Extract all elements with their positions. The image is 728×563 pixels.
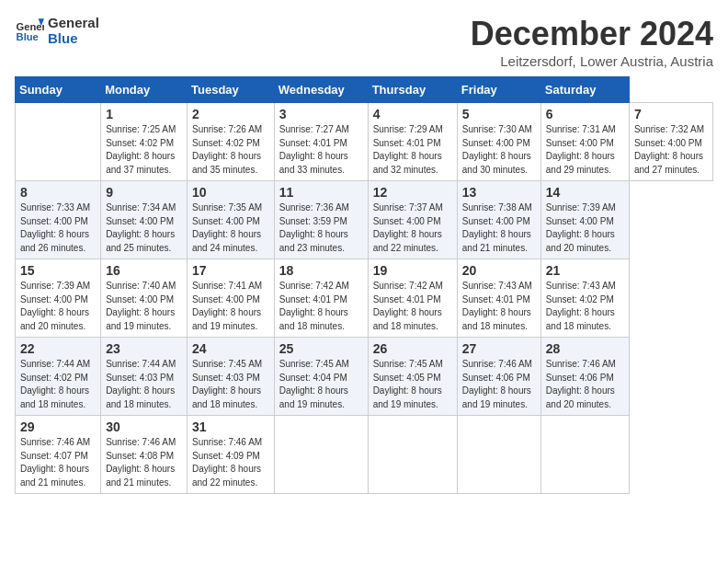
header-day: Monday <box>101 77 188 103</box>
logo-icon: General Blue <box>15 16 44 45</box>
day-number: 31 <box>192 419 269 434</box>
day-info: Sunrise: 7:26 AMSunset: 4:02 PMDaylight:… <box>192 123 269 177</box>
day-info: Sunrise: 7:45 AMSunset: 4:03 PMDaylight:… <box>192 358 269 411</box>
calendar-week-row: 15Sunrise: 7:39 AMSunset: 4:00 PMDayligh… <box>16 259 713 338</box>
day-number: 23 <box>106 341 182 356</box>
day-info: Sunrise: 7:30 AMSunset: 4:00 PMDaylight:… <box>462 123 536 177</box>
calendar-day-cell: 4Sunrise: 7:29 AMSunset: 4:01 PMDaylight… <box>368 103 457 181</box>
day-number: 9 <box>106 185 182 200</box>
title-area: December 2024 Leitzersdorf, Lower Austri… <box>471 15 713 69</box>
header-day: Thursday <box>368 77 457 103</box>
calendar-day-cell <box>16 103 101 181</box>
day-info: Sunrise: 7:35 AMSunset: 4:00 PMDaylight:… <box>192 201 269 255</box>
calendar-table: SundayMondayTuesdayWednesdayThursdayFrid… <box>15 76 713 494</box>
day-number: 17 <box>192 263 269 278</box>
day-info: Sunrise: 7:36 AMSunset: 3:59 PMDaylight:… <box>279 201 363 255</box>
calendar-day-cell: 31Sunrise: 7:46 AMSunset: 4:09 PMDayligh… <box>188 416 275 494</box>
calendar-day-cell: 18Sunrise: 7:42 AMSunset: 4:01 PMDayligh… <box>274 259 368 338</box>
calendar-day-cell: 9Sunrise: 7:34 AMSunset: 4:00 PMDaylight… <box>101 181 188 259</box>
day-info: Sunrise: 7:46 AMSunset: 4:08 PMDaylight:… <box>106 436 182 489</box>
calendar-day-cell: 7Sunrise: 7:32 AMSunset: 4:00 PMDaylight… <box>629 103 712 181</box>
calendar-day-cell: 8Sunrise: 7:33 AMSunset: 4:00 PMDaylight… <box>16 181 101 259</box>
header-day: Saturday <box>540 77 629 103</box>
calendar-body: 1Sunrise: 7:25 AMSunset: 4:02 PMDaylight… <box>16 103 713 494</box>
day-number: 6 <box>546 107 624 121</box>
day-number: 28 <box>546 341 624 356</box>
calendar-day-cell: 30Sunrise: 7:46 AMSunset: 4:08 PMDayligh… <box>101 416 188 494</box>
day-info: Sunrise: 7:27 AMSunset: 4:01 PMDaylight:… <box>279 123 363 177</box>
day-number: 25 <box>279 341 363 356</box>
calendar-day-cell: 24Sunrise: 7:45 AMSunset: 4:03 PMDayligh… <box>188 338 275 416</box>
day-number: 4 <box>373 107 452 121</box>
day-info: Sunrise: 7:37 AMSunset: 4:00 PMDaylight:… <box>373 201 452 255</box>
day-info: Sunrise: 7:29 AMSunset: 4:01 PMDaylight:… <box>373 123 452 177</box>
calendar-day-cell: 27Sunrise: 7:46 AMSunset: 4:06 PMDayligh… <box>457 338 540 416</box>
svg-text:Blue: Blue <box>17 31 39 42</box>
logo-line2: Blue <box>48 30 99 46</box>
day-info: Sunrise: 7:43 AMSunset: 4:02 PMDaylight:… <box>546 280 624 333</box>
calendar-day-cell: 13Sunrise: 7:38 AMSunset: 4:00 PMDayligh… <box>457 181 540 259</box>
day-info: Sunrise: 7:45 AMSunset: 4:05 PMDaylight:… <box>373 358 452 411</box>
calendar-day-cell <box>540 416 629 494</box>
day-number: 15 <box>20 263 96 278</box>
day-number: 12 <box>373 185 452 200</box>
calendar-day-cell: 22Sunrise: 7:44 AMSunset: 4:02 PMDayligh… <box>16 338 101 416</box>
day-number: 14 <box>546 185 624 200</box>
day-info: Sunrise: 7:44 AMSunset: 4:02 PMDaylight:… <box>20 358 96 411</box>
day-number: 10 <box>192 185 269 200</box>
logo: General Blue General Blue <box>15 15 99 46</box>
calendar-week-row: 1Sunrise: 7:25 AMSunset: 4:02 PMDaylight… <box>16 103 713 181</box>
day-number: 8 <box>20 185 96 200</box>
calendar-day-cell: 1Sunrise: 7:25 AMSunset: 4:02 PMDaylight… <box>101 103 188 181</box>
calendar-day-cell <box>457 416 540 494</box>
day-info: Sunrise: 7:31 AMSunset: 4:00 PMDaylight:… <box>546 123 624 177</box>
day-number: 24 <box>192 341 269 356</box>
calendar-week-row: 8Sunrise: 7:33 AMSunset: 4:00 PMDaylight… <box>16 181 713 259</box>
day-info: Sunrise: 7:32 AMSunset: 4:00 PMDaylight:… <box>634 123 708 177</box>
day-number: 3 <box>279 107 363 121</box>
day-info: Sunrise: 7:38 AMSunset: 4:00 PMDaylight:… <box>462 201 536 255</box>
day-info: Sunrise: 7:43 AMSunset: 4:01 PMDaylight:… <box>462 280 536 333</box>
calendar-day-cell: 16Sunrise: 7:40 AMSunset: 4:00 PMDayligh… <box>101 259 188 338</box>
calendar-day-cell: 28Sunrise: 7:46 AMSunset: 4:06 PMDayligh… <box>540 338 629 416</box>
day-info: Sunrise: 7:39 AMSunset: 4:00 PMDaylight:… <box>20 280 96 333</box>
calendar-day-cell: 3Sunrise: 7:27 AMSunset: 4:01 PMDaylight… <box>274 103 368 181</box>
calendar-day-cell: 15Sunrise: 7:39 AMSunset: 4:00 PMDayligh… <box>16 259 101 338</box>
calendar-day-cell: 11Sunrise: 7:36 AMSunset: 3:59 PMDayligh… <box>274 181 368 259</box>
day-number: 21 <box>546 263 624 278</box>
day-number: 22 <box>20 341 96 356</box>
calendar-day-cell: 21Sunrise: 7:43 AMSunset: 4:02 PMDayligh… <box>540 259 629 338</box>
day-info: Sunrise: 7:40 AMSunset: 4:00 PMDaylight:… <box>106 280 182 333</box>
day-number: 27 <box>462 341 536 356</box>
day-number: 19 <box>373 263 452 278</box>
day-number: 11 <box>279 185 363 200</box>
day-number: 26 <box>373 341 452 356</box>
svg-text:General: General <box>17 21 44 32</box>
calendar-day-cell: 6Sunrise: 7:31 AMSunset: 4:00 PMDaylight… <box>540 103 629 181</box>
calendar-day-cell: 19Sunrise: 7:42 AMSunset: 4:01 PMDayligh… <box>368 259 457 338</box>
day-info: Sunrise: 7:34 AMSunset: 4:00 PMDaylight:… <box>106 201 182 255</box>
day-info: Sunrise: 7:42 AMSunset: 4:01 PMDaylight:… <box>279 280 363 333</box>
calendar-header: SundayMondayTuesdayWednesdayThursdayFrid… <box>16 77 713 103</box>
day-info: Sunrise: 7:44 AMSunset: 4:03 PMDaylight:… <box>106 358 182 411</box>
calendar-day-cell: 17Sunrise: 7:41 AMSunset: 4:00 PMDayligh… <box>188 259 275 338</box>
day-number: 13 <box>462 185 536 200</box>
day-info: Sunrise: 7:33 AMSunset: 4:00 PMDaylight:… <box>20 201 96 255</box>
day-number: 20 <box>462 263 536 278</box>
logo-line1: General <box>48 15 99 30</box>
day-number: 29 <box>20 419 96 434</box>
day-info: Sunrise: 7:46 AMSunset: 4:07 PMDaylight:… <box>20 436 96 489</box>
day-info: Sunrise: 7:25 AMSunset: 4:02 PMDaylight:… <box>106 123 182 177</box>
header: General Blue General Blue December 2024 … <box>15 15 713 69</box>
day-info: Sunrise: 7:42 AMSunset: 4:01 PMDaylight:… <box>373 280 452 333</box>
calendar-day-cell: 5Sunrise: 7:30 AMSunset: 4:00 PMDaylight… <box>457 103 540 181</box>
day-info: Sunrise: 7:46 AMSunset: 4:06 PMDaylight:… <box>462 358 536 411</box>
calendar-day-cell: 2Sunrise: 7:26 AMSunset: 4:02 PMDaylight… <box>188 103 275 181</box>
calendar-title: December 2024 <box>471 15 713 53</box>
calendar-day-cell: 10Sunrise: 7:35 AMSunset: 4:00 PMDayligh… <box>188 181 275 259</box>
day-number: 30 <box>106 419 182 434</box>
day-info: Sunrise: 7:46 AMSunset: 4:06 PMDaylight:… <box>546 358 624 411</box>
day-info: Sunrise: 7:39 AMSunset: 4:00 PMDaylight:… <box>546 201 624 255</box>
day-info: Sunrise: 7:46 AMSunset: 4:09 PMDaylight:… <box>192 436 269 489</box>
calendar-subtitle: Leitzersdorf, Lower Austria, Austria <box>471 53 713 69</box>
